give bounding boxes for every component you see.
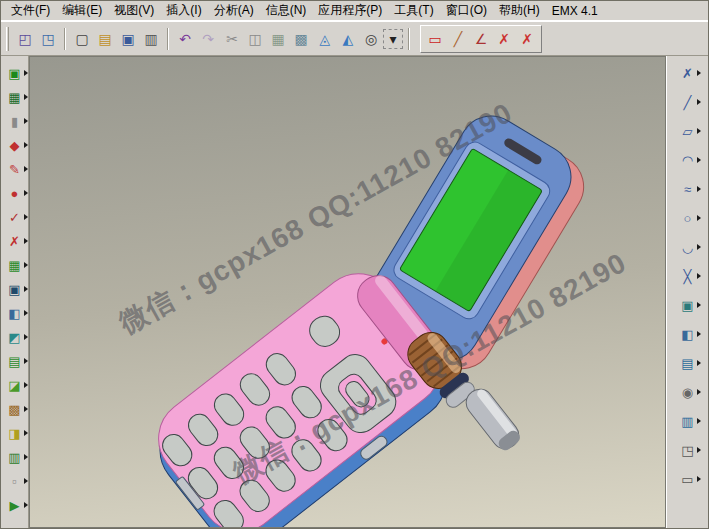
undo-icon[interactable]: ↶ (174, 28, 196, 50)
left-tool-glyph: ▦ (8, 91, 20, 104)
extrude-blue-tool-icon[interactable]: ◧ (3, 301, 27, 325)
menu-emx[interactable]: EMX 4.1 (546, 2, 604, 20)
new-file-icon[interactable]: ▢ (71, 28, 93, 50)
green-arrow-tool-icon[interactable]: ▶ (3, 493, 27, 517)
toolbar-icon-glyph: ▭ (428, 32, 441, 46)
corner-green-tool-icon[interactable]: ◪ (3, 373, 27, 397)
snap-toolbar-group: ▭╱∠✗✗ (420, 25, 542, 53)
open-file-icon[interactable]: ▤ (94, 28, 116, 50)
datum-dark-tool-icon[interactable]: ▣ (3, 277, 27, 301)
right-tool-glyph: ▥ (681, 415, 693, 428)
save-file-icon[interactable]: ▣ (117, 28, 139, 50)
menu-information[interactable]: 信息(N) (260, 0, 313, 21)
line-snap-icon[interactable]: ╱ (447, 28, 469, 50)
find-icon[interactable]: ◎ (360, 28, 382, 50)
toolbar-icon-glyph: ∠ (475, 32, 488, 46)
paste-icon[interactable]: ▦ (267, 28, 289, 50)
menu-tools[interactable]: 工具(T) (388, 0, 439, 21)
solid-cylinder-tool-icon[interactable]: ▮ (3, 109, 27, 133)
notebook-green-tool-icon[interactable]: ▥ (3, 445, 27, 469)
menu-insert[interactable]: 插入(I) (160, 0, 207, 21)
split-yellow-tool-icon[interactable]: ◨ (3, 421, 27, 445)
delete-red-tool-icon[interactable]: ✗ (3, 229, 27, 253)
toolbar-icon-glyph: ▦ (271, 32, 284, 46)
toolbar-icon-glyph: ▣ (121, 32, 134, 46)
menu-item-label: 窗口(O) (446, 3, 487, 17)
pattern-color-tool-icon[interactable]: ▩ (3, 397, 27, 421)
grid-green-tool-icon[interactable]: ▦ (3, 253, 27, 277)
wcs-orient-icon[interactable]: ◬ (314, 28, 336, 50)
phone-3d-model (30, 57, 665, 527)
concave-arc-tool-icon[interactable]: ◡ (676, 235, 700, 259)
target-tool-icon[interactable]: ◉ (676, 380, 700, 404)
right-tool-glyph: ▣ (681, 299, 693, 312)
face-teal-tool-icon[interactable]: ◩ (3, 325, 27, 349)
menu-analysis[interactable]: 分析(A) (208, 0, 260, 21)
redo-icon[interactable]: ↷ (197, 28, 219, 50)
spline-tool-icon[interactable]: ≈ (676, 177, 700, 201)
toolbar-icon-glyph: ◭ (343, 32, 354, 46)
menu-application[interactable]: 应用程序(P) (312, 0, 388, 21)
left-tool-glyph: ◧ (8, 307, 20, 320)
clipboard-toolbar-group: ✂◫▦▩ (220, 27, 313, 51)
shaded-display-tool-icon[interactable]: ▦ (3, 85, 27, 109)
menu-edit[interactable]: 编辑(E) (56, 0, 108, 21)
menu-item-label: 工具(T) (394, 3, 433, 17)
view-corner-tool-icon[interactable]: ◳ (676, 438, 700, 462)
left-tool-glyph: ▩ (8, 403, 20, 416)
copy-icon[interactable]: ◫ (244, 28, 266, 50)
window-box-tool-icon[interactable]: ▭ (676, 467, 700, 491)
menu-view[interactable]: 视图(V) (108, 0, 160, 21)
parallelogram-tool-icon[interactable]: ▱ (676, 119, 700, 143)
left-tool-glyph: ◆ (10, 139, 20, 152)
open-recent-part-icon[interactable]: ◰ (14, 28, 36, 50)
cut-icon[interactable]: ✂ (221, 28, 243, 50)
menu-item-label: 信息(N) (266, 3, 307, 17)
rotate-view-icon[interactable]: ◭ (337, 28, 359, 50)
left-tool-glyph: ▫ (12, 475, 17, 488)
toolbar-grip[interactable] (6, 27, 9, 51)
cross-trim-tool-icon[interactable]: ╳ (676, 264, 700, 288)
edit-curve-tool-icon[interactable]: ✎ (3, 157, 27, 181)
check-tool-icon[interactable]: ✓ (3, 205, 27, 229)
sketch-plane-tool-icon[interactable]: ▤ (676, 351, 700, 375)
left-tool-glyph: ◩ (8, 331, 20, 344)
left-tool-glyph: ◪ (8, 379, 20, 392)
sketch-red-tool-icon[interactable]: ◆ (3, 133, 27, 157)
point-red-tool-icon[interactable]: ● (3, 181, 27, 205)
endpoint-snap-icon[interactable]: ✗ (493, 28, 515, 50)
extrude-teal-tool-icon[interactable]: ▣ (676, 293, 700, 317)
right-toolbar: ✗╱▱◠≈○◡╳▣◧▤◉▥◳▭ (666, 56, 708, 528)
open-assembly-icon[interactable]: ◳ (37, 28, 59, 50)
print-icon[interactable]: ▥ (140, 28, 162, 50)
new-part-tool-icon[interactable]: ▣ (3, 61, 27, 85)
arc-tool-icon[interactable]: ◠ (676, 148, 700, 172)
right-tool-glyph: ▱ (683, 125, 693, 138)
line-2pt-tool-icon[interactable]: ╱ (676, 90, 700, 114)
selection-box-icon[interactable]: ▭ (424, 28, 446, 50)
view-find-toolbar-group: ◬◭◎▾ (313, 27, 404, 51)
toolbar-icon-glyph: ◳ (41, 32, 54, 46)
left-tool-glyph: ▥ (8, 451, 20, 464)
layer-green-tool-icon[interactable]: ▤ (3, 349, 27, 373)
circle-tool-icon[interactable]: ○ (676, 206, 700, 230)
right-tool-glyph: ≈ (684, 183, 691, 196)
left-tool-glyph: ◨ (8, 427, 20, 440)
left-tool-glyph: ▤ (8, 355, 20, 368)
toolbar-options-icon[interactable]: ▾ (383, 29, 403, 49)
midpoint-snap-icon[interactable]: ✗ (516, 28, 538, 50)
menu-window[interactable]: 窗口(O) (440, 0, 493, 21)
toolbar-icon-glyph: ▩ (294, 32, 307, 46)
paste-special-icon[interactable]: ▩ (290, 28, 312, 50)
menu-help[interactable]: 帮助(H) (493, 0, 546, 21)
undo-redo-toolbar-group: ↶↷ (173, 27, 220, 51)
snap-x-tool-icon[interactable]: ✗ (676, 61, 700, 85)
toolbar-separator (167, 28, 169, 50)
small-gray-tool-icon[interactable]: ▫ (3, 469, 27, 493)
graphics-viewport[interactable]: 微信：gcpx168 QQ:11210 82190 微信：gcpx168 QQ:… (29, 56, 666, 528)
menu-file[interactable]: 文件(F) (5, 0, 56, 21)
revolve-blue-tool-icon[interactable]: ◧ (676, 322, 700, 346)
left-tool-glyph: ▮ (11, 115, 18, 128)
angle-snap-icon[interactable]: ∠ (470, 28, 492, 50)
pattern-blue-tool-icon[interactable]: ▥ (676, 409, 700, 433)
